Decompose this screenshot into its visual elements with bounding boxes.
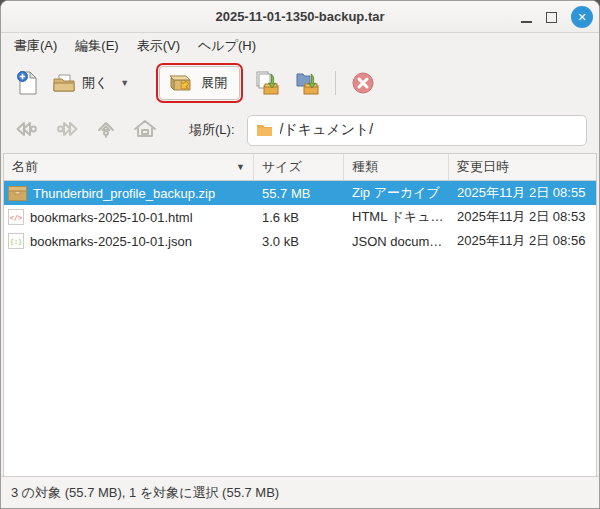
forward-button[interactable]: [49, 112, 85, 149]
location-input[interactable]: [280, 122, 578, 138]
toolbar: 開く ▼ 展開: [1, 59, 599, 107]
new-archive-button[interactable]: [9, 64, 45, 102]
column-header-modified[interactable]: 変更日時: [449, 153, 596, 181]
menu-help[interactable]: ヘルプ(H): [189, 33, 265, 59]
json-file-icon: {:}: [8, 233, 24, 249]
open-dropdown-button[interactable]: ▼: [115, 72, 134, 94]
file-type: HTML ドキュ…: [344, 208, 449, 226]
minimize-icon[interactable]: [521, 12, 532, 23]
zip-archive-icon: [8, 186, 27, 201]
stop-button[interactable]: [344, 65, 382, 101]
file-size: 3.0 kB: [254, 234, 344, 249]
file-name: Thunderbird_profile_backup.zip: [33, 186, 215, 201]
titlebar: 2025-11-01-1350-backup.tar ✕: [1, 1, 599, 33]
home-button[interactable]: [127, 112, 163, 149]
table-body: Thunderbird_profile_backup.zip 55.7 MB Z…: [4, 181, 596, 476]
file-name: bookmarks-2025-10-01.json: [30, 234, 192, 249]
statusbar: 3 の対象 (55.7 MB), 1 を対象に選択 (55.7 MB): [1, 476, 599, 508]
window-controls: ✕: [521, 1, 593, 33]
file-size: 55.7 MB: [254, 186, 344, 201]
file-modified: 2025年11月 2日 08:53: [449, 208, 596, 226]
file-name: bookmarks-2025-10-01.html: [30, 210, 193, 225]
open-archive-icon: [52, 72, 76, 94]
archive-manager-window: 2025-11-01-1350-backup.tar ✕ 書庫(A) 編集(E)…: [0, 0, 600, 509]
location-bar: 場所(L):: [1, 107, 599, 153]
table-header: 名前 ▼ サイズ 種類 変更日時: [4, 153, 596, 181]
file-size: 1.6 kB: [254, 210, 344, 225]
menu-edit[interactable]: 編集(E): [66, 33, 127, 59]
chevron-down-icon: ▼: [120, 78, 129, 88]
svg-text:{:}: {:}: [10, 238, 23, 246]
open-archive-button[interactable]: 開く: [45, 66, 115, 100]
svg-text:</>: </>: [10, 214, 23, 222]
up-button[interactable]: [89, 112, 123, 149]
extract-annotation-highlight: 展開: [156, 63, 243, 103]
sort-descending-icon: ▼: [236, 162, 245, 172]
stop-icon: [351, 71, 375, 95]
file-type: Zip アーカイブ: [344, 184, 449, 202]
up-icon: [94, 117, 118, 141]
back-icon: [14, 117, 40, 141]
close-icon[interactable]: ✕: [571, 6, 593, 28]
add-folder-icon: [294, 70, 320, 96]
location-label: 場所(L):: [189, 121, 235, 139]
extract-button-label: 展開: [201, 74, 227, 92]
file-type: JSON docum…: [344, 234, 449, 249]
menubar: 書庫(A) 編集(E) 表示(V) ヘルプ(H): [1, 33, 599, 59]
menu-view[interactable]: 表示(V): [128, 33, 189, 59]
location-entry: [247, 115, 587, 146]
toolbar-separator: [335, 71, 336, 95]
maximize-icon[interactable]: [546, 12, 557, 23]
table-row[interactable]: Thunderbird_profile_backup.zip 55.7 MB Z…: [4, 181, 596, 205]
file-modified: 2025年11月 2日 08:55: [449, 184, 596, 202]
menu-archive[interactable]: 書庫(A): [5, 33, 66, 59]
window-title: 2025-11-01-1350-backup.tar: [215, 9, 384, 24]
column-header-size[interactable]: サイズ: [254, 153, 344, 181]
extract-button[interactable]: 展開: [159, 66, 240, 100]
folder-icon: [256, 123, 273, 137]
html-file-icon: </>: [8, 209, 24, 225]
add-folder-button[interactable]: [287, 64, 327, 102]
home-icon: [132, 117, 158, 141]
status-text: 3 の対象 (55.7 MB), 1 を対象に選択 (55.7 MB): [11, 484, 279, 502]
extract-box-icon: [168, 72, 194, 94]
add-files-button[interactable]: [247, 64, 287, 102]
column-header-type[interactable]: 種類: [344, 153, 449, 181]
column-header-name[interactable]: 名前 ▼: [4, 153, 254, 181]
back-button[interactable]: [9, 112, 45, 149]
table-row[interactable]: {:} bookmarks-2025-10-01.json 3.0 kB JSO…: [4, 229, 596, 253]
table-row[interactable]: </> bookmarks-2025-10-01.html 1.6 kB HTM…: [4, 205, 596, 229]
file-modified: 2025年11月 2日 08:56: [449, 232, 596, 250]
new-archive-icon: [16, 70, 38, 96]
add-files-icon: [254, 70, 280, 96]
forward-icon: [54, 117, 80, 141]
file-list-area: 名前 ▼ サイズ 種類 変更日時 Thunderbird_profile_: [3, 153, 597, 476]
open-button-label: 開く: [82, 74, 108, 92]
